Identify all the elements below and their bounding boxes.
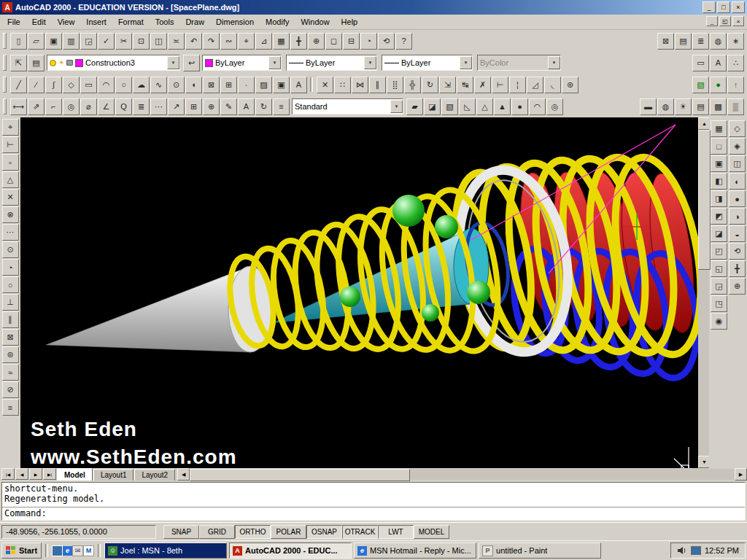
radius-dimension-button[interactable]: ◎ <box>63 98 80 115</box>
shade-pan-button[interactable]: ╋ <box>729 260 746 277</box>
move-button[interactable]: ╬ <box>404 77 421 93</box>
paper-model-toggle-button[interactable]: ▭ <box>692 55 709 71</box>
rotate-button[interactable]: ↻ <box>422 77 438 93</box>
snap-tracking-button[interactable]: ⌖ <box>2 119 19 136</box>
autocad-design-center-button[interactable]: ⊠ <box>657 33 674 50</box>
maximize-button[interactable]: □ <box>717 1 730 13</box>
minimize-button[interactable]: _ <box>703 1 716 13</box>
camera-button[interactable]: ◉ <box>711 313 727 330</box>
extension-snap-button[interactable]: ⋯ <box>2 224 19 241</box>
redo-button[interactable]: ↷ <box>203 33 220 50</box>
dim-style-dropdown[interactable]: Standard ▼ <box>292 98 403 114</box>
menu-window[interactable]: Window <box>295 16 335 28</box>
scale-button[interactable]: ⇲ <box>439 77 456 93</box>
snap-from-button[interactable]: ⊢ <box>2 136 19 153</box>
insert-snap-button[interactable]: ⊠ <box>2 329 19 346</box>
parallel-snap-button[interactable]: ∥ <box>2 311 19 328</box>
diameter-dimension-button[interactable]: ⌀ <box>80 98 97 115</box>
undo-button[interactable]: ↶ <box>185 33 202 50</box>
last-tab-button[interactable]: ▶| <box>43 468 56 480</box>
tab-layout2[interactable]: Layout2 <box>134 469 175 481</box>
dome-button[interactable]: ◠ <box>529 98 546 115</box>
prev-tab-button[interactable]: ◀ <box>15 468 28 480</box>
menu-draw[interactable]: Draw <box>179 16 210 28</box>
osnap-settings-button[interactable]: ≡ <box>2 399 19 416</box>
ucs-button[interactable]: ⊿ <box>255 33 272 50</box>
mdi-restore-button[interactable]: ◱ <box>719 16 731 26</box>
chevron-down-icon[interactable]: ▼ <box>268 56 281 69</box>
scroll-left-icon[interactable]: ◀ <box>177 468 190 481</box>
layer-previous-button[interactable]: ↩ <box>183 55 200 71</box>
close-button[interactable]: × <box>732 1 745 13</box>
materials-button[interactable]: ▩ <box>710 98 727 115</box>
dbconnect-button[interactable]: ≣ <box>692 33 709 50</box>
solid-2d-button[interactable]: ▰ <box>406 98 423 115</box>
vertical-scroll-track[interactable] <box>698 130 709 456</box>
new-button[interactable]: ▯ <box>10 33 27 50</box>
break-button[interactable]: ¦ <box>509 77 526 93</box>
polyline-button[interactable]: ∫ <box>45 77 62 93</box>
vertical-scroll-thumb[interactable] <box>698 130 711 270</box>
center-snap-button[interactable]: ⊙ <box>2 241 19 258</box>
dimension-text-edit-button[interactable]: A <box>238 98 255 115</box>
toolbar-grip[interactable] <box>3 33 7 49</box>
hatch-button[interactable]: ▨ <box>255 77 272 93</box>
command-text-area[interactable]: shortcut-menu.Regenerating model. Comman… <box>1 482 746 521</box>
print-preview-button[interactable]: ◲ <box>80 33 97 50</box>
extrude-button[interactable]: ↑ <box>727 77 744 93</box>
named-views-panel-button[interactable]: ▦ <box>711 120 727 137</box>
next-tab-button[interactable]: ▶ <box>29 468 42 480</box>
task-paint[interactable]: untitled - Paint <box>479 542 601 559</box>
spline-button[interactable]: ∿ <box>150 77 167 93</box>
insert-block-button[interactable]: ⊠ <box>203 77 220 93</box>
face-3d-button[interactable]: ◪ <box>424 98 441 115</box>
front-view-button[interactable]: ◩ <box>711 208 727 225</box>
cut-button[interactable]: ✂ <box>115 33 132 50</box>
torus-button[interactable]: ◎ <box>546 98 563 115</box>
quadrant-snap-button[interactable]: ◔ <box>2 259 19 276</box>
shade-orbit-button[interactable]: ⟲ <box>729 243 746 260</box>
menu-edit[interactable]: Edit <box>26 16 52 28</box>
chamfer-button[interactable]: ◿ <box>527 77 543 93</box>
menu-format[interactable]: Format <box>112 16 150 28</box>
linetype-dropdown[interactable]: ByLayer ▼ <box>286 55 377 71</box>
back-view-button[interactable]: ◪ <box>711 225 727 242</box>
ne-isometric-button[interactable]: ◲ <box>711 278 727 295</box>
zoom-previous-button[interactable]: ⊟ <box>343 33 360 50</box>
rectangle-button[interactable]: ▭ <box>80 77 97 93</box>
internet-explorer-icon[interactable] <box>63 546 72 556</box>
menu-tools[interactable]: Tools <box>150 16 180 28</box>
wedge-surface-button[interactable]: ◺ <box>459 98 476 115</box>
copy-object-button[interactable]: ∷ <box>334 77 351 93</box>
menu-dimension[interactable]: Dimension <box>210 16 260 28</box>
zoom-realtime-button[interactable]: ⊕ <box>308 33 325 50</box>
sphere-solid-button[interactable]: ● <box>710 77 727 93</box>
make-block-button[interactable]: ⊞ <box>220 77 237 93</box>
snap-toggle[interactable]: SNAP <box>163 525 199 539</box>
sphere-surface-button[interactable]: ● <box>511 98 528 115</box>
match-properties-button[interactable]: ≍ <box>168 33 185 50</box>
shade-zoom-button[interactable]: ⊕ <box>729 278 746 295</box>
horizontal-scroll-thumb[interactable] <box>190 469 410 481</box>
flat-edges-button[interactable]: ◑ <box>729 208 746 225</box>
chevron-down-icon[interactable]: ▼ <box>167 56 179 69</box>
fillet-button[interactable]: ◟ <box>544 77 561 93</box>
command-prompt[interactable]: Command: <box>4 508 743 519</box>
tab-layout1[interactable]: Layout1 <box>93 469 134 481</box>
dimension-style-button[interactable]: ≡ <box>273 98 290 115</box>
right-view-button[interactable]: ◨ <box>711 190 727 207</box>
box-solid-button[interactable]: ▧ <box>692 77 709 93</box>
mirror-button[interactable]: ⋈ <box>352 77 368 93</box>
ortho-toggle[interactable]: ORTHO <box>235 525 271 539</box>
start-button[interactable]: Start <box>1 542 42 559</box>
layers-button[interactable]: ▤ <box>28 55 44 71</box>
endpoint-snap-button[interactable]: ▫ <box>2 154 19 171</box>
midpoint-snap-button[interactable]: △ <box>2 171 19 188</box>
task-autocad[interactable]: AutoCAD 2000 - EDUC... <box>229 542 352 559</box>
volume-icon[interactable] <box>677 546 687 555</box>
scenes-button[interactable]: ▤ <box>692 98 709 115</box>
first-tab-button[interactable]: |◀ <box>1 468 15 480</box>
print-button[interactable]: ▥ <box>63 33 80 50</box>
open-button[interactable]: ▱ <box>28 33 44 50</box>
chevron-down-icon[interactable]: ▼ <box>460 56 472 69</box>
